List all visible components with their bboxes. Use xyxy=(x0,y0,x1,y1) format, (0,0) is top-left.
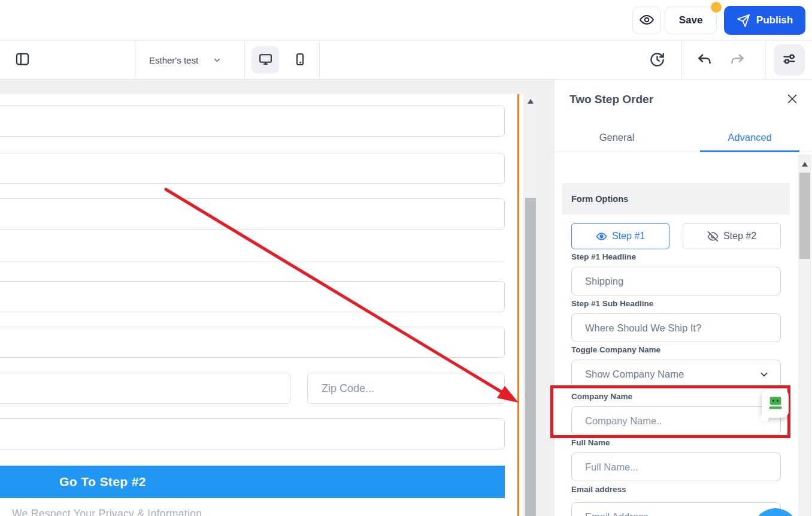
privacy-text: We Respect Your Privacy & Information xyxy=(12,508,202,516)
field-label: Step #1 Headline xyxy=(571,252,636,261)
toggle-company-name-select[interactable]: Show Company Name xyxy=(571,360,781,388)
page-selector-dropdown[interactable]: Esther's test xyxy=(149,41,222,79)
send-icon xyxy=(737,14,750,28)
sidebar-toggle-button[interactable] xyxy=(14,52,31,68)
step-2-label: Step #2 xyxy=(723,231,756,242)
divider xyxy=(765,41,766,79)
eye-icon xyxy=(596,231,607,242)
divider xyxy=(0,261,505,262)
settings-panel-button[interactable] xyxy=(774,44,805,76)
history-button[interactable] xyxy=(648,52,666,70)
desktop-view-button[interactable] xyxy=(252,46,279,74)
eye-off-icon xyxy=(707,231,719,242)
publish-label: Publish xyxy=(756,14,793,26)
divider xyxy=(244,41,245,79)
history-clock-icon xyxy=(649,52,665,70)
field-label: Step #1 Sub Headline xyxy=(571,299,653,308)
settings-panel: Two Step Order General Advanced Form Opt… xyxy=(554,80,812,516)
chevron-down-icon xyxy=(759,369,769,382)
tab-general[interactable]: General xyxy=(567,123,666,152)
field-label: Company Name xyxy=(571,392,632,401)
form-field-empty[interactable] xyxy=(0,198,505,230)
selected-option-label: Show Company Name xyxy=(585,369,684,380)
header-actions: Save Publish xyxy=(632,6,805,35)
form-field-empty[interactable] xyxy=(0,418,505,449)
preview-button[interactable] xyxy=(632,7,661,34)
full-name-input[interactable] xyxy=(571,452,781,481)
roboform-robot-icon xyxy=(766,394,784,414)
form-field-empty[interactable] xyxy=(0,281,505,312)
form-field-empty[interactable] xyxy=(0,153,505,184)
undo-icon xyxy=(696,52,713,70)
close-panel-button[interactable] xyxy=(785,92,799,107)
company-name-input[interactable] xyxy=(571,406,781,435)
page-canvas: Go To Step #2 We Respect Your Privacy & … xyxy=(0,94,523,516)
form-field-empty[interactable] xyxy=(0,327,505,358)
page-selector-label: Esther's test xyxy=(149,55,198,65)
step-1-sub-headline-input[interactable] xyxy=(571,313,781,342)
redo-button[interactable] xyxy=(728,52,746,70)
editor-toolbar: Esther's test xyxy=(0,41,812,80)
canvas-scrollbar-thumb[interactable] xyxy=(525,198,536,516)
chevron-down-icon xyxy=(213,56,222,65)
save-button-wrap: Save xyxy=(665,7,717,34)
form-field-empty[interactable] xyxy=(0,105,505,137)
mobile-view-button[interactable] xyxy=(286,46,314,74)
panel-scrollbar-thumb[interactable] xyxy=(799,173,810,259)
top-header: Save Publish xyxy=(0,0,812,41)
undo-button[interactable] xyxy=(695,52,713,70)
canvas-scrollbar[interactable] xyxy=(523,94,538,516)
step-2-toggle-button[interactable]: Step #2 xyxy=(683,223,781,249)
form-options-header: Form Options xyxy=(562,183,790,215)
eye-icon xyxy=(639,12,655,29)
active-tab-underline xyxy=(700,150,799,152)
field-label: Email address xyxy=(571,485,626,494)
save-button[interactable]: Save xyxy=(665,7,717,34)
scroll-up-arrow-icon[interactable] xyxy=(528,99,534,104)
unsaved-changes-badge xyxy=(711,2,722,13)
step-1-headline-input[interactable] xyxy=(571,267,781,295)
email-address-input[interactable] xyxy=(571,502,781,516)
redo-icon xyxy=(729,52,746,70)
step-1-toggle-button[interactable]: Step #1 xyxy=(571,223,669,249)
zip-code-input[interactable] xyxy=(307,373,505,404)
form-field-empty[interactable] xyxy=(0,373,290,404)
divider xyxy=(681,41,682,79)
sidebar-toggle-icon xyxy=(14,51,31,69)
publish-button[interactable]: Publish xyxy=(724,6,805,35)
close-icon xyxy=(786,98,799,107)
divider xyxy=(319,41,320,79)
monitor-icon xyxy=(258,52,273,68)
divider xyxy=(135,41,135,79)
panel-scrollbar[interactable] xyxy=(798,155,811,516)
field-label: Toggle Company Name xyxy=(571,345,660,354)
panel-title: Two Step Order xyxy=(569,93,653,106)
field-label: Full Name xyxy=(571,438,610,447)
scroll-up-arrow-icon[interactable] xyxy=(802,162,808,167)
selection-outline xyxy=(517,94,519,516)
sliders-icon xyxy=(781,51,798,69)
workspace: Go To Step #2 We Respect Your Privacy & … xyxy=(0,80,812,516)
page-builder-app: Save Publish Esther's test xyxy=(0,0,812,516)
smartphone-icon xyxy=(293,52,307,68)
panel-tabs: General Advanced xyxy=(555,123,812,152)
roboform-autofill-bubble[interactable] xyxy=(762,390,789,418)
step-1-label: Step #1 xyxy=(612,231,645,242)
tab-advanced[interactable]: Advanced xyxy=(700,123,799,152)
go-to-step-2-button[interactable]: Go To Step #2 xyxy=(0,466,505,498)
